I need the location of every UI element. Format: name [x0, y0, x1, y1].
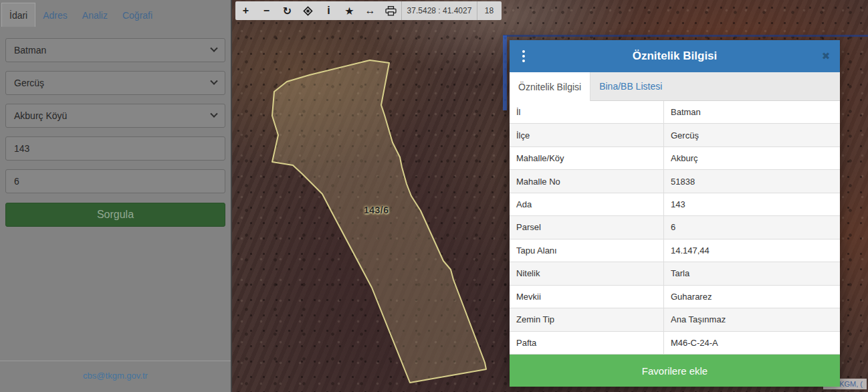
tkgm-parcel-query-app: İdari Adres Analiz Coğrafi Batman Gercüş… — [0, 0, 868, 392]
row-label: İlçe — [510, 124, 664, 146]
attribute-table: İl Batman İlçe Gercüş Mahalle/Köy Akburç… — [510, 101, 840, 355]
kebab-menu-icon[interactable] — [510, 50, 538, 62]
district-select[interactable]: Gercüş — [5, 71, 225, 95]
province-select-value: Batman — [14, 45, 46, 56]
row-value: Gercüş — [664, 124, 840, 146]
chevron-down-icon — [210, 110, 217, 118]
info-button[interactable]: i — [318, 1, 339, 20]
row-value: M46-C-24-A — [664, 332, 840, 354]
row-value: Akburç — [664, 147, 840, 169]
favorilere-ekle-button[interactable]: Favorilere ekle — [510, 355, 840, 387]
locate-icon — [302, 5, 314, 17]
refresh-button[interactable]: ↻ — [277, 1, 298, 20]
row-value: 51838 — [664, 170, 840, 192]
row-label: İl — [510, 101, 664, 123]
table-row-mahalle-koy: Mahalle/Köy Akburç — [510, 147, 840, 170]
map-vector-line-horizontal — [503, 35, 868, 37]
sidebar: İdari Adres Analiz Coğrafi Batman Gercüş… — [0, 0, 232, 392]
province-select[interactable]: Batman — [5, 38, 225, 62]
row-value: Tarla — [664, 262, 840, 284]
table-row-tapu-alani: Tapu Alanı 14.147,44 — [510, 239, 840, 262]
village-select[interactable]: Akburç Köyü — [5, 104, 225, 128]
sidebar-tab-bar: İdari Adres Analiz Coğrafi — [0, 0, 231, 27]
row-label: Nitelik — [510, 262, 664, 284]
row-value: Ana Taşınmaz — [664, 308, 840, 330]
query-form: Batman Gercüş Akburç Köyü Sorgula — [0, 27, 231, 227]
attribute-info-panel: Öznitelik Bilgisi ✖ Öznitelik Bilgisi Bi… — [510, 40, 840, 387]
sidebar-tab-analiz[interactable]: Analiz — [75, 3, 115, 27]
row-label: Mahalle/Köy — [510, 147, 664, 169]
table-row-nitelik: Nitelik Tarla — [510, 262, 840, 285]
panel-tab-bar: Öznitelik Bilgisi Bina/BB Listesi — [510, 72, 840, 101]
zoom-in-button[interactable]: + — [235, 1, 256, 20]
panel-tab-oznitelik-bilgisi[interactable]: Öznitelik Bilgisi — [510, 72, 590, 101]
row-label: Zemin Tip — [510, 308, 664, 330]
parsel-input[interactable] — [5, 169, 225, 193]
row-value: Guhararez — [664, 286, 840, 308]
panel-tab-bina-bb-listesi[interactable]: Bina/BB Listesi — [590, 72, 671, 100]
print-button[interactable] — [381, 1, 401, 20]
favorites-button[interactable]: ★ — [339, 1, 360, 20]
row-label: Ada — [510, 193, 664, 215]
sidebar-tab-adres[interactable]: Adres — [35, 3, 75, 27]
contact-email-link[interactable]: cbs@tkgm.gov.tr — [83, 371, 148, 381]
table-row-mevkii: Mevkii Guhararez — [510, 286, 840, 308]
panel-title: Öznitelik Bilgisi — [538, 50, 812, 63]
row-label: Mahalle No — [510, 170, 664, 192]
table-row-il: İl Batman — [510, 101, 840, 124]
district-select-value: Gercüş — [14, 78, 44, 88]
sorgula-button[interactable]: Sorgula — [5, 203, 225, 227]
close-icon[interactable]: ✖ — [812, 50, 840, 62]
table-row-zemin-tip: Zemin Tip Ana Taşınmaz — [510, 308, 840, 331]
panel-header: Öznitelik Bilgisi ✖ — [510, 40, 840, 72]
table-row-ada: Ada 143 — [510, 193, 840, 216]
row-label: Tapu Alanı — [510, 239, 664, 262]
coordinates-display: 37.5428 : 41.4027 — [402, 6, 477, 15]
map-toolbar: + − ↻ i ★ ↔ 37.5428 : 41.4027 — [235, 1, 502, 20]
table-row-parsel: Parsel 6 — [510, 216, 840, 239]
row-label: Pafta — [510, 332, 664, 354]
table-row-pafta: Pafta M46-C-24-A — [510, 332, 840, 355]
row-value: Batman — [664, 101, 840, 123]
measure-button[interactable]: ↔ — [360, 1, 381, 20]
sidebar-footer: cbs@tkgm.gov.tr — [0, 361, 231, 392]
ada-input[interactable] — [5, 136, 225, 161]
village-select-value: Akburç Köyü — [14, 110, 67, 121]
sidebar-tab-cografi[interactable]: Coğrafi — [115, 3, 160, 27]
zoom-level-display: 18 — [477, 6, 501, 15]
sidebar-tab-idari[interactable]: İdari — [1, 3, 35, 27]
parcel-label: 143/6 — [364, 205, 389, 215]
table-row-ilce: İlçe Gercüş — [510, 124, 840, 146]
chevron-down-icon — [210, 78, 217, 85]
parcel-143-6-polygon[interactable] — [272, 60, 486, 383]
row-value: 14.147,44 — [664, 239, 840, 262]
locate-button[interactable] — [298, 1, 318, 20]
chevron-down-icon — [210, 45, 217, 52]
table-row-mahalle-no: Mahalle No 51838 — [510, 170, 840, 193]
row-label: Mevkii — [510, 286, 664, 308]
row-value: 143 — [664, 193, 840, 215]
zoom-out-button[interactable]: − — [256, 1, 277, 20]
printer-icon — [385, 6, 397, 16]
row-label: Parsel — [510, 216, 664, 238]
map-vector-line-vertical — [503, 35, 507, 110]
row-value: 6 — [664, 216, 840, 238]
